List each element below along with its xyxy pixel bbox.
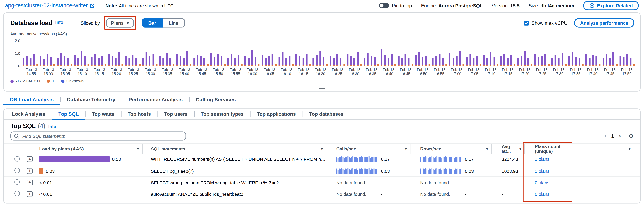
chart-bar [432,58,434,66]
bar-toggle-button[interactable]: Bar [142,18,163,28]
plans-count-link[interactable]: 1 plans [535,168,550,173]
row-radio[interactable] [14,156,20,161]
tab-lock-analysis[interactable]: Lock Analysis [5,109,52,119]
table-row[interactable]: + < 0.01 SELECT wrong_column FROM wrong_… [4,176,640,188]
legend-item[interactable]: 1 [47,79,54,83]
line-toggle-button[interactable]: Line [163,18,185,28]
chart-bar [568,56,570,66]
expand-row-icon[interactable]: + [27,156,33,162]
chart-bar [548,64,550,66]
expand-row-icon[interactable]: + [27,168,33,174]
chart-bar [278,57,280,66]
chart-bar [620,56,621,66]
plans-count-column-header[interactable]: Plans count (unique) [525,144,570,154]
tab-top-databases[interactable]: Top databases [302,109,350,119]
top-header: apg-testcluster-02-instance-writer Note:… [0,0,644,11]
instance-name-link[interactable]: apg-testcluster-02-instance-writer [5,2,88,8]
top-sql-info-link[interactable]: Info [48,124,56,129]
sliced-by-dropdown[interactable]: Plans ▾ [106,18,134,28]
chart-bar [538,57,539,66]
tab-top-session-types[interactable]: Top session types [194,109,250,119]
radio-cell [10,191,27,197]
chart-bar [282,53,284,66]
chart-bar [377,64,379,66]
tab-performance-analysis[interactable]: Performance Analysis [122,95,189,105]
tab-top-hosts[interactable]: Top hosts [121,109,158,119]
expand-row-icon[interactable]: + [27,180,33,185]
avg-latency-column-header[interactable]: Avg lat...▾ [492,144,525,154]
calls-column-header[interactable]: Calls/sec▾ [326,144,410,154]
chart-bar [320,51,321,66]
chart-bar [374,57,376,66]
show-max-vcpu-checkbox[interactable] [524,20,529,25]
radio-cell [10,168,27,174]
table-row[interactable]: + 0.03 SELECT pg_sleep(?) 0.03 0.03 1003… [4,165,640,176]
load-column-header[interactable]: Load by plans (AAS)▾ [39,144,142,154]
page: apg-testcluster-02-instance-writer Note:… [0,0,644,204]
tab-db-load-analysis[interactable]: DB Load Analysis [3,95,60,105]
legend-item[interactable]: -1765646790 [10,79,40,83]
plans-count-link[interactable]: 0 plans [535,180,550,185]
database-load-title: Database load [10,19,52,26]
chart-bar [435,56,437,66]
external-link-icon[interactable] [90,3,95,8]
filter-icon[interactable]: ▾ [520,147,521,151]
sort-descending-icon[interactable]: ▾ [137,147,139,151]
filter-icon[interactable]: ▾ [486,147,488,151]
chart-type-segmented-control: Bar Line [142,18,185,28]
chart-bar [214,57,216,66]
chart-bar [203,58,205,66]
x-axis-label: Feb 1315:00 [42,68,54,76]
previous-page-button[interactable]: < [604,133,607,139]
plans-cell: 0 plans [525,192,570,197]
analyze-performance-button[interactable]: Analyze performance [574,18,634,28]
x-axis-labels: Feb 1314:55Feb 1315:00Feb 1315:05Feb 131… [23,68,636,77]
chart-bar [527,58,529,66]
chart-bar [462,64,464,66]
chart-bar [238,55,239,66]
row-radio[interactable] [14,179,20,185]
pin-to-top-toggle[interactable] [379,3,389,8]
tab-top-sql[interactable]: Top SQL [52,109,86,119]
filter-icon[interactable]: ▾ [321,147,323,151]
x-axis-label: Feb 1316:15 [298,68,309,76]
tab-top-waits[interactable]: Top waits [85,109,121,119]
chart-bar [616,64,618,66]
y-tick-label: 0 [10,64,20,68]
tab-calling-services[interactable]: Calling Services [189,95,242,105]
chart-bar [333,58,335,66]
chart-bar [360,64,362,66]
table-settings-gear-icon[interactable]: ⚙ [628,133,634,139]
calls-value: - [381,192,382,197]
filter-icon[interactable]: ▾ [629,147,630,151]
chart-bar [606,54,608,66]
next-page-button[interactable]: > [618,133,621,139]
explore-related-button[interactable]: Explore Related [583,1,639,10]
rows-cell: 0.17 [410,156,492,162]
table-row[interactable]: + 0.53 WITH RECURSIVE numbers(n) AS ( SE… [4,153,640,165]
chart-bar [231,54,232,66]
current-page[interactable]: 1 [611,133,614,139]
rows-column-header[interactable]: Rows/sec▾ [410,144,492,154]
filter-icon[interactable]: ▾ [405,147,407,151]
chart-bar [128,58,130,66]
tab-top-applications[interactable]: Top applications [250,109,302,119]
tab-top-users[interactable]: Top users [158,109,194,119]
chart-bar [490,53,492,66]
row-radio[interactable] [14,191,20,196]
radio-cell [10,179,27,186]
expand-row-icon[interactable]: + [27,191,33,197]
database-load-info-link[interactable]: Info [55,19,63,24]
legend-item[interactable]: Unknown [61,79,84,83]
search-input[interactable] [22,134,182,139]
plans-count-link[interactable]: 1 plans [535,157,550,162]
row-radio[interactable] [14,168,20,173]
chart-bar [343,64,345,66]
tab-database-telemetry[interactable]: Database Telemetry [60,95,122,105]
x-axis-label: Feb 1317:10 [485,68,496,76]
sql-column-header[interactable]: SQL statements▾ [142,144,326,154]
plans-count-link[interactable]: 0 plans [535,192,550,197]
resize-handle[interactable] [319,86,325,90]
chart-bar [98,58,100,66]
table-row[interactable]: + < 0.01 autovacuum: ANALYZE public.rds_… [4,188,640,199]
